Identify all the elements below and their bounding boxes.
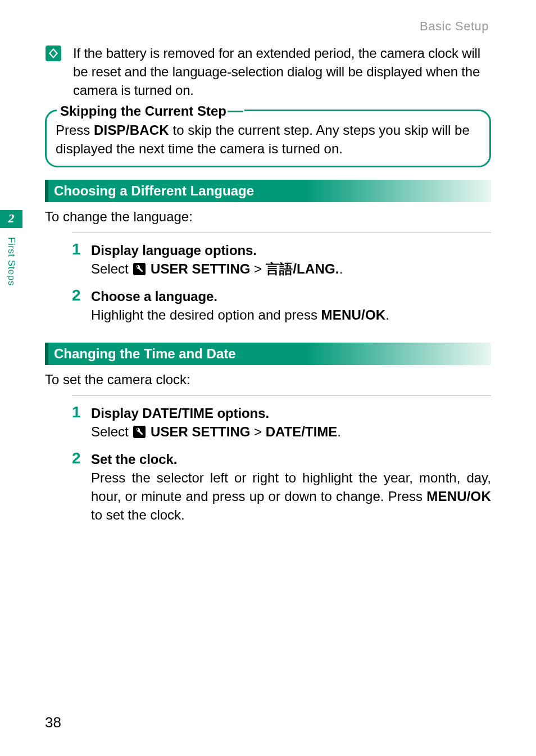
step-desc: Select USER SETTING > DATE/TIME. [91, 422, 491, 441]
step-title: Display language options. [91, 241, 491, 259]
step-number: 2 [72, 285, 81, 307]
gt: > [250, 424, 265, 439]
gt: > [250, 261, 265, 276]
menu-item: DATE/TIME [266, 424, 338, 439]
step-desc: Press the selector left or right to high… [91, 468, 491, 524]
disp-back-label: DISP/BACK [94, 122, 169, 138]
step-item: 2 Set the clock. Press the selector left… [72, 447, 491, 530]
steps-time: 1 Display DATE/TIME options. Select USER… [72, 400, 491, 530]
step-number: 1 [72, 239, 81, 261]
section-intro-time: To set the camera clock: [45, 372, 491, 388]
callout-skip-step: Skipping the Current Step Press DISP/BAC… [45, 110, 491, 167]
txt: Highlight the desired option and press [91, 307, 321, 322]
step-desc: Highlight the desired option and press M… [91, 306, 491, 324]
steps-language: 1 Display language options. Select USER … [72, 238, 491, 330]
step-number: 2 [72, 448, 81, 470]
section-intro-language: To change the language: [45, 209, 491, 225]
page-number: 38 [45, 714, 61, 731]
trail: . [339, 261, 343, 276]
section-bar-time: Changing the Time and Date [45, 343, 491, 365]
trail: . [337, 424, 341, 439]
step-item: 1 Display language options. Select USER … [72, 238, 491, 284]
callout-body: Press DISP/BACK to skip the current step… [56, 121, 480, 158]
page-body: Basic Setup If the battery is removed fo… [0, 0, 536, 756]
callout-title: Skipping the Current Step [57, 103, 244, 119]
wrench-icon [133, 263, 146, 275]
menu-path: USER SETTING [151, 424, 250, 439]
note-icon [45, 45, 62, 64]
note-text: If the battery is removed for an extende… [73, 44, 491, 99]
callout-text-a: Press [56, 122, 94, 138]
breadcrumb: Basic Setup [45, 0, 491, 34]
step-desc: Select USER SETTING > 言語/LANG.. [91, 259, 491, 278]
step-item: 2 Choose a language. Highlight the desir… [72, 284, 491, 330]
txt: Select [91, 424, 132, 439]
divider [72, 233, 491, 233]
menu-ok-label: MENU/OK [426, 489, 491, 504]
trail: . [385, 307, 389, 322]
txt2: to set the clock. [91, 507, 185, 522]
menu-path: USER SETTING [151, 261, 250, 276]
step-title: Choose a language. [91, 287, 491, 306]
wrench-icon [133, 426, 146, 438]
section-bar-language: Choosing a Different Language [45, 180, 491, 202]
step-item: 1 Display DATE/TIME options. Select USER… [72, 400, 491, 447]
step-title: Set the clock. [91, 450, 491, 468]
menu-ok-label: MENU/OK [321, 307, 386, 322]
note-block: If the battery is removed for an extende… [45, 44, 491, 99]
step-title: Display DATE/TIME options. [91, 404, 491, 422]
txt: Select [91, 261, 132, 276]
divider [72, 395, 491, 396]
lang-label: 言語/LANG. [266, 261, 339, 276]
step-number: 1 [72, 402, 81, 423]
